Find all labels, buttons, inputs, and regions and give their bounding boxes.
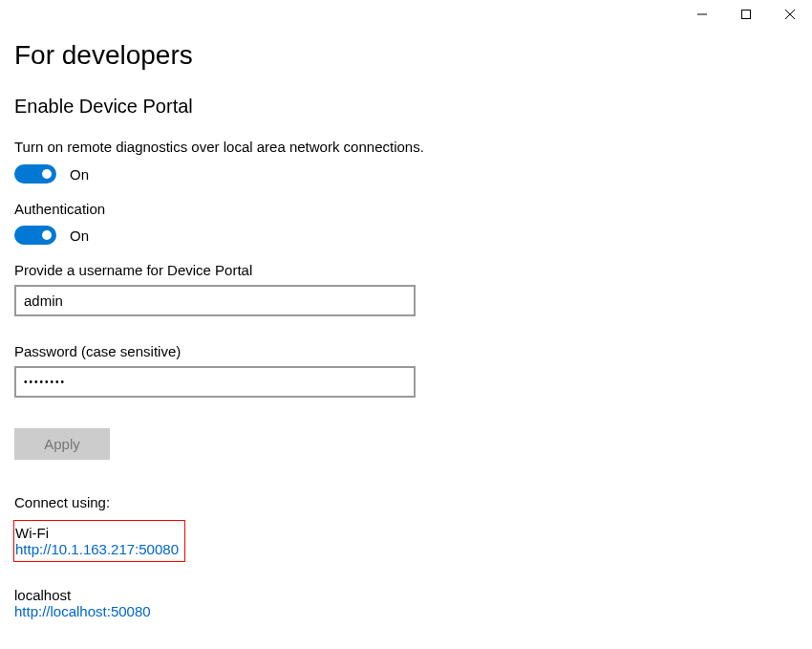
maximize-button[interactable] xyxy=(724,0,768,29)
content-area: For developers Enable Device Portal Turn… xyxy=(0,0,812,619)
username-input[interactable] xyxy=(14,285,416,316)
connect-section: Connect using: Wi-Fi http://10.1.163.217… xyxy=(14,494,812,619)
remote-diagnostics-toggle-row: On xyxy=(14,164,812,184)
connect-using-label: Connect using: xyxy=(14,494,812,510)
authentication-toggle-row: On xyxy=(14,226,812,245)
wifi-name: Wi-Fi xyxy=(15,525,179,541)
wifi-connect-block: Wi-Fi http://10.1.163.217:50080 xyxy=(13,520,185,562)
localhost-connect-block: localhost http://localhost:50080 xyxy=(14,587,812,619)
remote-diagnostics-label: Turn on remote diagnostics over local ar… xyxy=(14,139,812,155)
toggle-thumb xyxy=(42,230,52,240)
localhost-url-link[interactable]: http://localhost:50080 xyxy=(14,603,812,619)
maximize-icon xyxy=(741,10,751,19)
page-title: For developers xyxy=(14,40,812,71)
authentication-toggle[interactable] xyxy=(14,226,56,245)
authentication-state: On xyxy=(70,227,89,244)
toggle-thumb xyxy=(42,169,52,179)
wifi-url-link[interactable]: http://10.1.163.217:50080 xyxy=(15,541,179,557)
authentication-label: Authentication xyxy=(14,201,812,217)
password-label: Password (case sensitive) xyxy=(14,343,812,359)
svg-rect-1 xyxy=(742,11,751,19)
remote-diagnostics-state: On xyxy=(70,166,89,183)
remote-diagnostics-toggle[interactable] xyxy=(14,164,56,184)
apply-button[interactable]: Apply xyxy=(14,428,110,460)
window-titlebar xyxy=(680,0,812,29)
password-group: Password (case sensitive) xyxy=(14,343,812,398)
section-title: Enable Device Portal xyxy=(14,96,812,118)
password-input[interactable] xyxy=(14,366,416,398)
minimize-button[interactable] xyxy=(680,0,724,29)
close-button[interactable] xyxy=(768,0,812,29)
close-icon xyxy=(785,10,795,19)
username-label: Provide a username for Device Portal xyxy=(14,262,812,278)
minimize-icon xyxy=(697,10,707,19)
localhost-name: localhost xyxy=(14,587,812,603)
username-group: Provide a username for Device Portal xyxy=(14,262,812,316)
